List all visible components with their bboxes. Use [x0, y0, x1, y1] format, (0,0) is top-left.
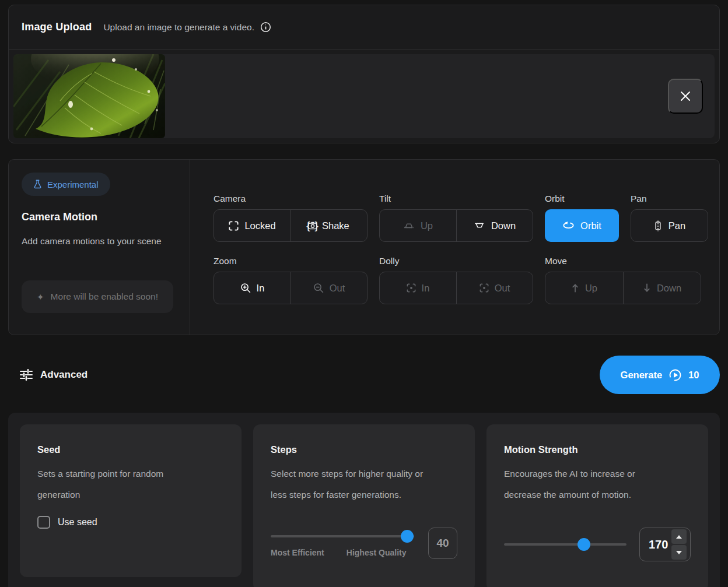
- use-seed-checkbox[interactable]: [37, 516, 50, 529]
- stepper-up-button[interactable]: [671, 529, 687, 544]
- image-upload-title: Image Upload: [22, 21, 92, 33]
- group-orbit: Orbit Orbit: [545, 194, 619, 242]
- tilt-up-icon: [403, 222, 415, 230]
- triangle-down-icon: [676, 551, 682, 554]
- group-tilt-label: Tilt: [379, 194, 533, 204]
- remove-image-button[interactable]: [668, 79, 703, 114]
- arrow-down-icon: [643, 283, 651, 293]
- motion-strength-description: Encourages the AI to increase or decreas…: [504, 463, 691, 505]
- camera-shake-button[interactable]: { } Shake: [290, 210, 367, 241]
- triangle-up-icon: [676, 535, 682, 539]
- motion-strength-stepper: [671, 529, 687, 560]
- steps-slider-track[interactable]: [271, 535, 414, 537]
- flask-icon: [33, 180, 42, 189]
- use-seed-label: Use seed: [58, 517, 97, 528]
- group-dolly-label: Dolly: [379, 256, 533, 266]
- info-icon[interactable]: [260, 22, 271, 33]
- camera-shake-icon: { }: [309, 219, 316, 232]
- steps-title: Steps: [271, 444, 457, 455]
- advanced-section-header: Advanced Generate 10: [8, 356, 720, 394]
- motion-strength-title: Motion Strength: [504, 444, 691, 455]
- zoom-in-icon: [240, 283, 251, 293]
- camera-motion-description: Add camera motions to your scene: [22, 236, 177, 247]
- orbit-arrow-icon: [562, 221, 575, 230]
- tilt-down-icon: [474, 222, 485, 230]
- zoom-out-button[interactable]: Out: [290, 272, 367, 304]
- group-pan-label: Pan: [631, 194, 708, 204]
- seed-card: Seed Sets a starting point for random ge…: [20, 424, 242, 577]
- generate-credits-cost: 10: [688, 370, 699, 381]
- pan-frame-icon: [653, 220, 663, 231]
- advanced-label: Advanced: [40, 369, 88, 381]
- more-enabled-soon-notice: ✦ More will be enabled soon!: [22, 280, 173, 313]
- dolly-target-icon: [407, 283, 416, 293]
- zoom-out-icon: [313, 283, 324, 293]
- camera-controls-row-2: Zoom In: [214, 256, 719, 304]
- advanced-settings-panel: Seed Sets a starting point for random ge…: [8, 413, 720, 587]
- dolly-target-icon: [480, 283, 489, 293]
- seed-title: Seed: [37, 444, 224, 455]
- steps-value-input[interactable]: 40: [428, 528, 457, 559]
- zoom-in-button[interactable]: In: [214, 272, 290, 304]
- camera-controls-row-1: Camera Locked {: [214, 194, 719, 242]
- motion-strength-value-input[interactable]: 170: [639, 528, 691, 561]
- generate-button[interactable]: Generate 10: [600, 356, 720, 394]
- experimental-badge: Experimental: [22, 173, 110, 196]
- group-orbit-label: Orbit: [545, 194, 619, 204]
- image-upload-body: [9, 50, 719, 143]
- group-camera: Camera Locked {: [214, 194, 368, 242]
- group-dolly: Dolly In: [379, 256, 533, 304]
- camera-motion-title: Camera Motion: [22, 211, 177, 223]
- motion-strength-slider[interactable]: [504, 538, 626, 551]
- close-icon: [679, 90, 692, 103]
- camera-motion-info: Experimental Camera Motion Add camera mo…: [9, 160, 190, 335]
- stepper-down-button[interactable]: [671, 545, 687, 560]
- use-seed-checkbox-row[interactable]: Use seed: [37, 516, 224, 529]
- steps-slider[interactable]: [271, 530, 414, 543]
- arrow-up-icon: [571, 283, 579, 293]
- steps-max-label: Highest Quality: [346, 548, 407, 557]
- motion-strength-card: Motion Strength Encourages the AI to inc…: [487, 424, 708, 587]
- dolly-out-button[interactable]: Out: [456, 272, 533, 304]
- tilt-up-button[interactable]: Up: [380, 210, 456, 241]
- move-down-button[interactable]: Down: [623, 272, 701, 304]
- image-upload-subtitle: Upload an image to generate a video.: [103, 22, 271, 33]
- seed-description: Sets a starting point for random generat…: [37, 463, 224, 505]
- steps-slider-thumb[interactable]: [401, 530, 414, 543]
- group-move: Move Up Down: [545, 256, 701, 304]
- group-zoom-label: Zoom: [214, 256, 368, 266]
- tilt-down-button[interactable]: Down: [456, 210, 533, 241]
- group-camera-label: Camera: [214, 194, 368, 204]
- credits-coin-icon: [668, 368, 682, 382]
- motion-strength-slider-track[interactable]: [504, 543, 626, 546]
- advanced-toggle[interactable]: Advanced: [20, 369, 88, 381]
- motion-strength-value: 170: [649, 538, 668, 551]
- image-upload-panel: Image Upload Upload an image to generate…: [8, 5, 720, 143]
- image-upload-header: Image Upload Upload an image to generate…: [9, 5, 719, 50]
- sparkle-icon: ✦: [37, 293, 44, 301]
- steps-description: Select more steps for higher quality or …: [271, 463, 457, 505]
- motion-strength-slider-thumb[interactable]: [578, 538, 590, 551]
- sliders-icon: [20, 369, 33, 381]
- locked-frame-icon: [229, 221, 239, 231]
- orbit-button[interactable]: Orbit: [545, 210, 618, 241]
- steps-min-label: Most Efficient: [271, 548, 324, 557]
- camera-motion-panel: Experimental Camera Motion Add camera mo…: [8, 159, 720, 335]
- group-move-label: Move: [545, 256, 701, 266]
- group-pan: Pan Pan: [631, 194, 708, 242]
- uploaded-image-thumbnail[interactable]: [13, 54, 165, 138]
- steps-card: Steps Select more steps for higher quali…: [253, 424, 475, 587]
- uploaded-image-row: [13, 54, 715, 138]
- dolly-in-button[interactable]: In: [380, 272, 456, 304]
- group-tilt: Tilt Up Down: [379, 194, 533, 242]
- camera-locked-button[interactable]: Locked: [214, 210, 290, 241]
- pan-button[interactable]: Pan: [631, 210, 708, 241]
- move-up-button[interactable]: Up: [545, 272, 623, 304]
- more-enabled-soon-label: More will be enabled soon!: [51, 291, 158, 302]
- camera-motion-controls: Camera Locked {: [190, 160, 719, 335]
- group-zoom: Zoom In: [214, 256, 368, 304]
- experimental-badge-label: Experimental: [47, 180, 99, 189]
